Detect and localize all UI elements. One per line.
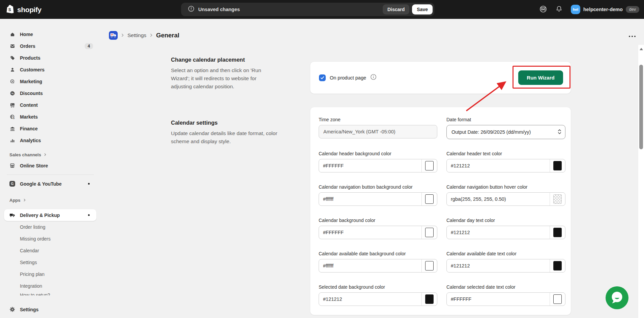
color-field: Selected date background color: [319, 284, 437, 306]
topbar: S shopify Unsaved changes Discard Save h…: [0, 0, 644, 19]
color-swatch[interactable]: [553, 228, 562, 237]
annotation-arrow: [459, 78, 513, 115]
bell-icon: [555, 5, 563, 14]
color-value-input[interactable]: [447, 193, 550, 205]
globe-dollar-icon: $: [9, 114, 15, 120]
timezone-input[interactable]: [319, 125, 437, 138]
scrollbar-track[interactable]: [638, 45, 644, 318]
sidebar-item-marketing[interactable]: Marketing: [4, 75, 96, 87]
notifications-button[interactable]: [555, 5, 563, 14]
sidebar-item-analytics[interactable]: Analytics: [4, 134, 96, 146]
sidebar-subitem-calendar[interactable]: Calendar: [4, 245, 96, 256]
sidebar-subitem-order-listing[interactable]: Order listing: [4, 221, 96, 233]
discard-button[interactable]: Discard: [383, 4, 409, 14]
svg-text:S: S: [8, 7, 11, 12]
person-icon: [9, 67, 15, 72]
color-input-wrap: [446, 226, 565, 239]
target-icon: [9, 78, 15, 84]
checkbox-label: On product page: [330, 75, 366, 81]
swatch-box: [550, 259, 565, 272]
sidebar-item-online-store[interactable]: Online Store: [4, 160, 96, 171]
color-value-input[interactable]: [447, 259, 550, 272]
notification-dot: [88, 214, 90, 216]
apps-header[interactable]: Apps: [4, 195, 96, 205]
color-value-input[interactable]: [319, 259, 421, 272]
sidebar-item-content[interactable]: Content: [4, 99, 96, 111]
on-product-page-checkbox[interactable]: [319, 74, 326, 81]
svg-text:G: G: [11, 182, 14, 186]
date-format-select[interactable]: Output Date: 26/09/2025 (dd/mm/yy): [446, 125, 565, 139]
color-swatch[interactable]: [425, 294, 434, 304]
more-actions-button[interactable]: [625, 32, 639, 40]
shopify-logo[interactable]: S shopify: [6, 4, 41, 15]
color-value-input[interactable]: [319, 226, 421, 239]
sidebar-item-discounts[interactable]: % Discounts: [4, 87, 96, 99]
color-field: Calendar navigation button hover color: [446, 184, 565, 206]
color-input-wrap: [319, 192, 437, 206]
save-button[interactable]: Save: [412, 4, 433, 14]
chevron-right-icon: [43, 152, 47, 157]
run-wizard-button[interactable]: Run Wizard: [518, 70, 563, 85]
color-swatch[interactable]: [425, 228, 434, 237]
scroll-up-arrow[interactable]: [640, 48, 643, 50]
sidebar-subitem-settings[interactable]: Settings: [4, 256, 96, 268]
sidebar-subitem-missing-orders[interactable]: Missing orders: [4, 233, 96, 245]
sidebar-subitem-pricing-plan[interactable]: Pricing plan: [4, 268, 96, 280]
color-value-input[interactable]: [447, 293, 550, 306]
storefront-icon: [9, 163, 15, 168]
sales-channels-header[interactable]: Sales channels: [4, 150, 96, 160]
sidebar-item-home[interactable]: Home: [4, 28, 96, 40]
timezone-field: Time zone: [319, 117, 437, 138]
color-value-input[interactable]: [447, 159, 550, 172]
color-swatch[interactable]: [425, 261, 434, 271]
sidekick-face-icon: [539, 5, 547, 14]
color-value-input[interactable]: [319, 193, 421, 205]
color-value-input[interactable]: [319, 159, 421, 172]
breadcrumb: Settings General: [109, 31, 179, 40]
sidebar-item-google-youtube[interactable]: G Google & YouTube: [4, 178, 96, 190]
sidebar-item-products[interactable]: Products: [4, 52, 96, 64]
shopify-bag-icon: S: [6, 4, 14, 15]
discount-badge-icon: %: [9, 90, 15, 96]
color-swatch[interactable]: [425, 194, 434, 204]
sidebar-item-label: Analytics: [20, 138, 41, 143]
scrollbar-thumb[interactable]: [639, 65, 643, 149]
account-menu[interactable]: hel helpcenter-demo dev: [571, 5, 639, 14]
store-name: helpcenter-demo: [583, 7, 623, 12]
home-icon: [9, 31, 15, 37]
sidebar-item-orders[interactable]: Orders 4: [4, 40, 96, 52]
page-title: General: [156, 32, 179, 39]
color-swatch[interactable]: [553, 161, 562, 170]
sidebar-item-customers[interactable]: Customers: [4, 64, 96, 75]
color-swatch[interactable]: [553, 194, 562, 204]
app-icon[interactable]: [109, 31, 118, 40]
sidebar-item-delivery-pickup[interactable]: Delivery & Pickup: [4, 209, 96, 221]
swatch-box: [421, 193, 437, 205]
sidebar-item-app-settings[interactable]: Settings: [4, 304, 96, 315]
color-swatch[interactable]: [553, 261, 562, 271]
placement-section-title: Change calendar placement: [171, 57, 245, 63]
swatch-box: [421, 226, 437, 239]
color-input-wrap: [446, 259, 565, 273]
chat-widget-button[interactable]: [606, 286, 628, 309]
env-badge: dev: [626, 6, 639, 13]
sidebar-item-markets[interactable]: $ Markets: [4, 111, 96, 123]
field-label: Calendar navigation button background co…: [319, 184, 437, 190]
sidebar-item-finance[interactable]: Finance: [4, 123, 96, 134]
color-field: Calendar available date text color: [446, 251, 565, 273]
color-value-input[interactable]: [319, 293, 421, 306]
swatch-box: [550, 193, 565, 205]
color-field: Calendar header background color: [319, 151, 437, 172]
swatch-box: [550, 159, 565, 172]
color-value-input[interactable]: [447, 226, 550, 239]
color-swatch[interactable]: [553, 294, 562, 304]
sidebar-subitem-integration[interactable]: Integration: [4, 280, 96, 292]
color-input-wrap: [319, 226, 437, 239]
color-swatch[interactable]: [425, 161, 434, 170]
sidebar-subitem-clipped[interactable]: How to setup?: [4, 292, 96, 295]
sidekick-assistant-button[interactable]: [539, 5, 547, 14]
info-icon[interactable]: [370, 74, 377, 82]
breadcrumb-settings-link[interactable]: Settings: [127, 32, 146, 38]
color-field: Calendar background color: [319, 217, 437, 239]
placement-section-description: Select an option and then click on 'Run …: [171, 66, 274, 91]
